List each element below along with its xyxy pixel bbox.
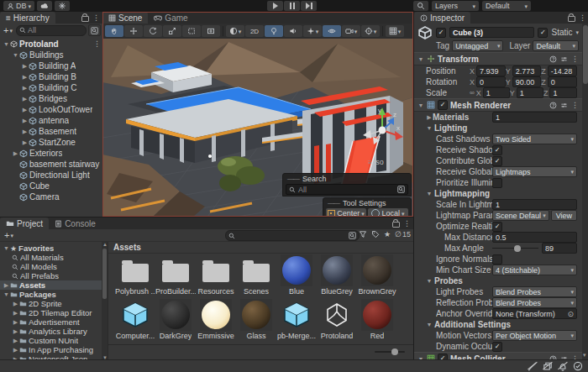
scene-visibility-button[interactable]: [323, 25, 341, 37]
move-tool-button[interactable]: [124, 25, 143, 37]
prioritize-illumination-checkbox[interactable]: [492, 178, 502, 188]
asset-tile[interactable]: DarkGrey: [155, 299, 196, 343]
tree-item[interactable]: ▶In App Purchasing: [0, 345, 102, 354]
search-window-icon[interactable]: [397, 186, 405, 193]
help-icon[interactable]: [549, 55, 557, 63]
foldout-closed-icon[interactable]: ▶: [12, 338, 19, 344]
max-angle-slider[interactable]: [492, 243, 538, 254]
layers-dropdown[interactable]: Layers ▾: [432, 1, 479, 11]
tree-item[interactable]: ▶2D Tilemap Editor: [0, 308, 102, 317]
dynamic-occlusion-checkbox[interactable]: ✓: [492, 342, 502, 352]
gizmos-dropdown[interactable]: ▾: [361, 25, 380, 37]
scale-in-lightmap-field[interactable]: 1: [492, 199, 577, 210]
foldout-closed-icon[interactable]: ▶: [21, 118, 29, 124]
hierarchy-item[interactable]: Camera: [0, 191, 102, 202]
lighting-toggle-button[interactable]: [265, 25, 283, 37]
slashed-layers-icon[interactable]: [543, 361, 553, 372]
pause-button[interactable]: [284, 1, 300, 11]
foldout-closed-icon[interactable]: ▶: [12, 319, 19, 326]
foldout-closed-icon[interactable]: ▶: [12, 310, 19, 317]
scrollbar-thumb[interactable]: [583, 25, 588, 84]
tree-item[interactable]: All Models: [0, 262, 102, 271]
max-distance-field[interactable]: 0.5: [492, 232, 577, 243]
projection-mode-label[interactable]: ≡ Iso: [368, 158, 384, 166]
kebab-menu-icon[interactable]: ⋮: [571, 55, 579, 63]
project-tree-scrollbar[interactable]: ▲ ▼: [102, 242, 108, 360]
foldout-closed-icon[interactable]: ▶: [21, 139, 29, 146]
asset-tile[interactable]: Polybrush ...: [115, 254, 155, 298]
view-button[interactable]: View: [551, 210, 577, 221]
presets-icon[interactable]: [560, 55, 568, 63]
foldout-closed-icon[interactable]: ▶: [21, 74, 29, 81]
add-gameobject-button[interactable]: + ▾: [2, 25, 14, 35]
foldout-closed-icon[interactable]: ▶: [3, 282, 10, 289]
scale-z-field[interactable]: 1: [549, 87, 577, 98]
grid-settings-dropdown[interactable]: ▾: [386, 25, 404, 37]
asset-tile[interactable]: Glass: [236, 299, 276, 343]
tree-item[interactable]: All Materials: [0, 253, 102, 262]
lightmap-parameters-dropdown[interactable]: Scene Default Para ▾: [492, 210, 549, 221]
tree-item-favorites[interactable]: ▼★Favorites: [0, 244, 102, 253]
tree-item-assets[interactable]: ▶Assets: [0, 280, 102, 290]
asset-tile[interactable]: Emmissive: [196, 299, 236, 343]
rotation-z-field[interactable]: 0: [548, 76, 577, 87]
lock-icon[interactable]: [81, 16, 89, 22]
assets-breadcrumb[interactable]: Assets: [108, 242, 413, 254]
foldout-closed-icon[interactable]: ▶: [12, 150, 19, 157]
foldout-open-icon[interactable]: ▼: [3, 291, 10, 297]
2d-toggle-button[interactable]: 2D: [245, 25, 264, 37]
search-button[interactable]: [413, 1, 428, 11]
transform-tool-button[interactable]: [202, 25, 220, 37]
static-flags-dropdown[interactable]: ▾: [575, 29, 579, 35]
asset-tile[interactable]: Red: [357, 299, 397, 343]
scale-x-field[interactable]: 1: [483, 87, 510, 98]
search-by-label-icon[interactable]: [371, 230, 380, 238]
position-z-field[interactable]: -14.28: [548, 65, 577, 76]
rotate-tool-button[interactable]: [144, 25, 162, 37]
rotation-x-field[interactable]: 0: [476, 76, 506, 87]
presets-icon[interactable]: [560, 102, 568, 109]
reflection-probes-dropdown[interactable]: Blend Probes ▾: [492, 297, 577, 308]
scene-viewport-canvas[interactable]: y x z ≡ Iso —— Search All: [102, 39, 413, 217]
draw-mode-dropdown[interactable]: ▾: [226, 25, 244, 37]
tab-game[interactable]: Game: [148, 12, 193, 24]
rotation-y-field[interactable]: 90.00: [512, 76, 542, 87]
kebab-menu-icon[interactable]: ⋮: [571, 102, 579, 109]
lightmapping-section[interactable]: ▼ Lightmapping: [414, 188, 582, 199]
kebab-menu-icon[interactable]: ⋮: [93, 40, 101, 48]
hand-tool-button[interactable]: [105, 25, 123, 37]
hierarchy-item[interactable]: ▼Buildings: [0, 50, 102, 60]
effects-dropdown[interactable]: ▾: [303, 25, 322, 37]
foldout-closed-icon[interactable]: ▶: [21, 128, 29, 135]
hierarchy-item[interactable]: ▶StartZone: [0, 137, 102, 148]
foldout-open-icon[interactable]: ▼: [3, 245, 10, 251]
layer-dropdown[interactable]: Default ▾: [533, 40, 579, 51]
scrollbar-thumb[interactable]: [102, 249, 107, 299]
lighting-section[interactable]: ▼ Lighting: [414, 123, 582, 134]
foldout-open-icon[interactable]: ▼: [3, 41, 10, 47]
lock-icon[interactable]: [392, 222, 400, 228]
position-x-field[interactable]: 7.939: [476, 65, 506, 76]
asset-tile[interactable]: Computer...: [115, 299, 155, 343]
static-checkbox[interactable]: ✓: [538, 28, 548, 38]
tab-console[interactable]: Console: [49, 217, 102, 229]
asset-tile[interactable]: Blue: [276, 254, 317, 298]
tab-hierarchy[interactable]: ≡ Hierarchy: [0, 12, 55, 24]
kebab-menu-icon[interactable]: ⋮: [579, 14, 586, 22]
object-name-field[interactable]: Cube (3): [449, 27, 534, 38]
foldout-open-icon[interactable]: ▼: [417, 56, 424, 62]
foldout-open-icon[interactable]: ▼: [417, 102, 424, 108]
kebab-menu-icon[interactable]: ⋮: [92, 14, 100, 22]
max-angle-field[interactable]: 89: [542, 243, 577, 254]
account-button[interactable]: DB ▾: [3, 1, 34, 11]
receive-shadows-checkbox[interactable]: ✓: [492, 145, 502, 155]
scale-tool-button[interactable]: [163, 25, 181, 37]
pivot-mode-dropdown[interactable]: Center ▾: [326, 208, 366, 217]
hidden-packages-toggle[interactable]: ∅ 15: [395, 230, 411, 238]
hierarchy-item[interactable]: ▶Basement: [0, 126, 102, 137]
camera-dropdown[interactable]: ▾: [342, 25, 360, 37]
asset-tile[interactable]: ProBuilder...: [155, 254, 196, 298]
orientation-mode-dropdown[interactable]: Local ▾: [368, 208, 408, 217]
hierarchy-item[interactable]: Directional Light: [0, 170, 102, 181]
cloud-button[interactable]: [37, 1, 52, 11]
